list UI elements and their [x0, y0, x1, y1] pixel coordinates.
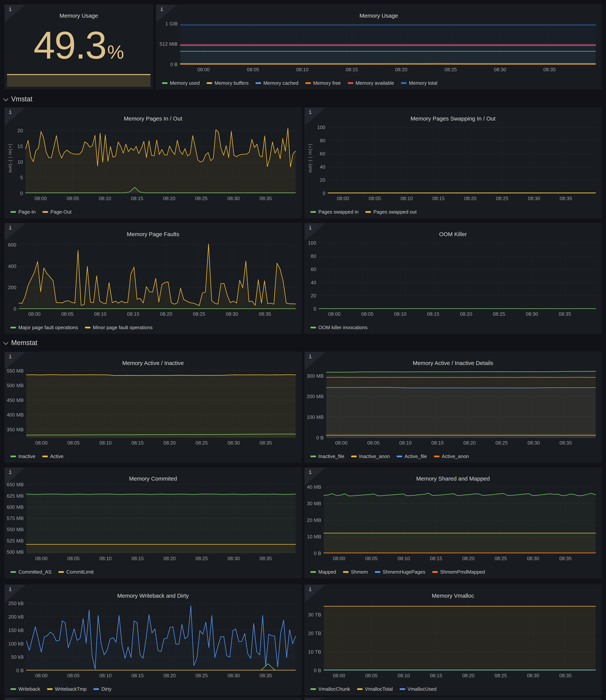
legend-item[interactable]: Memory cached — [255, 80, 299, 86]
svg-text:0: 0 — [313, 306, 316, 312]
legend-item[interactable]: Active_anon — [434, 453, 469, 459]
chart-area[interactable]: 08:0008:0508:1008:1508:2008:2508:3008:35… — [307, 480, 599, 562]
legend-item[interactable]: Shmem — [343, 569, 368, 575]
svg-text:15: 15 — [18, 143, 23, 149]
panel-title[interactable]: Memory Pages In / Out — [5, 115, 301, 122]
legend-item[interactable]: VmallocChunk — [310, 686, 350, 692]
legend-item[interactable]: ShmemPmdMapped — [432, 569, 485, 575]
svg-text:400 MB: 400 MB — [7, 412, 24, 417]
legend-item[interactable]: ShmemHugePages — [375, 569, 425, 575]
svg-text:08:20: 08:20 — [462, 556, 474, 561]
dashboard-row-vmstat-2: i Memory Page Faults 08:0008:0508:1008:1… — [4, 223, 602, 334]
legend-item[interactable]: CommitLimit — [58, 569, 94, 575]
panel-title[interactable]: Memory Vmalloc — [305, 592, 601, 599]
legend-item[interactable]: VmallocUsed — [400, 686, 437, 692]
panel-title[interactable]: Memory Page Faults — [5, 231, 301, 238]
panel-title[interactable]: Memory Shared and Mapped — [305, 475, 601, 482]
chart-area[interactable]: 08:0008:0508:1008:1508:2008:2508:3008:35… — [307, 120, 599, 202]
legend-series-label: VmallocUsed — [407, 686, 437, 692]
legend-series-swatch — [401, 82, 406, 84]
legend-series-swatch — [310, 571, 316, 573]
legend-item[interactable]: Inactive_anon — [351, 453, 390, 459]
chart-area[interactable]: 08:0008:0508:1008:1508:2008:2508:3008:35… — [307, 598, 599, 679]
legend-item[interactable]: VmallocTotal — [357, 686, 393, 692]
panel-memory-active-inactive: i Memory Active / Inactive 08:0008:0508:… — [4, 352, 302, 462]
panel-title[interactable]: Memory Pages Swapping In / Out — [305, 115, 601, 122]
row-header-vmstat[interactable]: Vmstat — [4, 94, 602, 104]
row-header-label: Vmstat — [11, 95, 32, 103]
svg-text:08:15: 08:15 — [427, 311, 439, 317]
svg-text:out(-) | in(+): out(-) | in(+) — [7, 143, 13, 173]
legend-item[interactable]: Active_file — [397, 453, 427, 459]
panel-title[interactable]: Memory Commited — [5, 475, 301, 482]
legend-item[interactable]: Memory total — [401, 80, 437, 86]
panel-title[interactable]: Memory Writeback and Dirty — [5, 592, 301, 599]
legend: Committed_ASCommitLimit — [10, 569, 298, 575]
legend-item[interactable]: Page-In — [10, 209, 36, 215]
stat-gauge-bar — [7, 74, 150, 87]
chart-area[interactable]: 08:0008:0508:1008:1508:2008:2508:3008:35… — [7, 236, 299, 317]
svg-text:300 MB: 300 MB — [307, 373, 324, 379]
svg-text:08:00: 08:00 — [28, 311, 41, 317]
legend-item[interactable]: Memory free — [305, 80, 341, 86]
legend-item[interactable]: Writeback — [10, 686, 40, 692]
legend-series-label: ShmemHugePages — [383, 569, 425, 575]
legend-item[interactable]: Pages swapped in — [310, 209, 358, 215]
svg-text:08:35: 08:35 — [559, 673, 572, 678]
svg-text:08:05: 08:05 — [67, 440, 79, 446]
legend-item[interactable]: Pages swapped out — [365, 209, 416, 215]
legend-series-swatch — [305, 82, 311, 84]
legend-item[interactable]: Memory buffers — [207, 80, 249, 86]
svg-text:08:05: 08:05 — [369, 196, 381, 201]
svg-text:08:00: 08:00 — [333, 556, 345, 561]
chart-area[interactable]: 08:0008:0508:1008:1508:2008:2508:3008:35… — [158, 18, 599, 73]
svg-text:625 MB: 625 MB — [7, 493, 24, 499]
legend-item[interactable]: Minor page fault operations — [85, 324, 153, 331]
chart-area[interactable]: 08:0008:0508:1008:1508:2008:2508:3008:35… — [7, 598, 299, 679]
chart-area[interactable]: 08:0008:0508:1008:1508:2008:2508:3008:35… — [307, 365, 599, 446]
chart-area[interactable]: 08:0008:0508:1008:1508:2008:2508:3008:35… — [7, 120, 299, 202]
legend-item[interactable]: OOM killer invocations — [310, 324, 368, 331]
svg-text:5: 5 — [20, 175, 23, 180]
legend-item[interactable]: Memory used — [162, 80, 200, 86]
legend-item[interactable]: Page-Out — [42, 209, 71, 215]
legend-item[interactable]: WritebackTmp — [47, 686, 87, 692]
panel-title[interactable]: Memory Usage — [156, 13, 601, 19]
svg-text:08:15: 08:15 — [432, 440, 444, 446]
legend-item[interactable]: Memory available — [348, 80, 394, 86]
svg-text:10 TB: 10 TB — [308, 649, 321, 655]
panel-memory-pages-swapping: i Memory Pages Swapping In / Out 08:0008… — [304, 108, 602, 218]
svg-text:08:30: 08:30 — [228, 556, 240, 561]
svg-text:08:35: 08:35 — [259, 196, 272, 201]
legend-series-swatch — [310, 211, 316, 213]
panel-title[interactable]: Memory Active / Inactive — [5, 360, 301, 366]
row-header-memstat[interactable]: Memstat — [4, 338, 602, 348]
legend-item[interactable]: Dirty — [93, 686, 111, 692]
svg-text:100 MB: 100 MB — [307, 414, 324, 420]
panel-title[interactable]: Memory Active / Inactive Details — [305, 360, 601, 366]
legend-series-label: WritebackTmp — [55, 686, 87, 692]
panel-memory-shared-mapped: i Memory Shared and Mapped 08:0008:0508:… — [304, 468, 602, 578]
chart-area[interactable]: 08:0008:0508:1008:1508:2008:2508:3008:35… — [307, 236, 599, 317]
legend-series-label: Shmem — [351, 569, 368, 575]
legend-series-label: Page-In — [18, 209, 36, 215]
legend-series-swatch — [10, 327, 16, 329]
legend-item[interactable]: Inactive — [10, 453, 36, 459]
svg-text:08:20: 08:20 — [163, 673, 176, 678]
legend-series-swatch — [47, 688, 53, 690]
legend-item[interactable]: Inactive_file — [310, 453, 344, 459]
legend-item[interactable]: Active — [42, 453, 64, 459]
svg-text:250 kB: 250 kB — [8, 601, 24, 606]
panel-title[interactable]: OOM Killer — [305, 231, 601, 238]
legend-item[interactable]: Major page fault operations — [10, 324, 78, 331]
panel-memory-page-faults: i Memory Page Faults 08:0008:0508:1008:1… — [4, 223, 302, 334]
svg-text:08:15: 08:15 — [346, 67, 358, 72]
chart-area[interactable]: 08:0008:0508:1008:1508:2008:2508:3008:35… — [7, 480, 299, 562]
chart-area[interactable]: 08:0008:0508:1008:1508:2008:2508:3008:35… — [7, 365, 299, 446]
svg-text:08:10: 08:10 — [397, 673, 410, 678]
legend-series-label: Major page fault operations — [18, 324, 78, 331]
panel-title[interactable]: Memory Usage — [5, 13, 153, 19]
legend-series-label: VmallocChunk — [318, 686, 350, 692]
legend-item[interactable]: Mapped — [310, 569, 336, 575]
legend-item[interactable]: Committed_AS — [10, 569, 51, 575]
